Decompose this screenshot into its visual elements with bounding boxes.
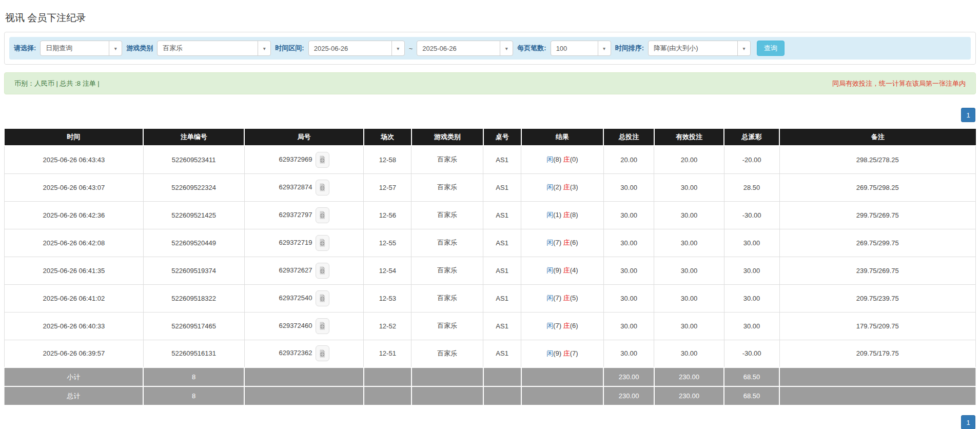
table-no-cell: AS1 [483, 257, 521, 284]
remark-cell: 179.75/209.75 [779, 312, 975, 340]
game-type-cell: 百家乐 [411, 312, 483, 340]
video-replay-button[interactable] [316, 152, 329, 168]
video-replay-button[interactable] [316, 345, 329, 361]
remark-cell: 209.75/239.75 [779, 284, 975, 312]
table-no-cell: AS1 [483, 201, 521, 229]
query-mode-label: 请选择: [14, 44, 36, 53]
col-payout: 总派彩 [724, 129, 779, 146]
session-cell: 12-55 [364, 229, 411, 257]
round-id-value: 629372797 [279, 210, 312, 218]
round-id-cell: 629372969 [244, 146, 364, 173]
bet-id-cell: 522609516131 [143, 340, 244, 367]
round-id-value: 629372874 [279, 183, 312, 190]
player-result-label: 闲 [546, 211, 553, 219]
valid-bet-cell: 20.00 [654, 146, 724, 173]
time-sort-value: 降冪(由大到小) [649, 41, 737, 55]
banker-result-label: 庄 [563, 211, 570, 219]
query-mode-select[interactable]: 日期查询 ▾ [40, 41, 122, 56]
payout-cell: 28.50 [724, 173, 779, 201]
date-to-select[interactable]: 2025-06-26 ▾ [417, 41, 513, 56]
banker-result-score: (7) [570, 349, 578, 357]
payout-cell: -20.00 [724, 146, 779, 173]
session-cell: 12-52 [364, 312, 411, 340]
subtotal-label: 小计 [5, 367, 144, 386]
time-cell: 2025-06-26 06:42:08 [5, 229, 144, 257]
game-type-cell: 百家乐 [411, 284, 483, 312]
total-bet-link[interactable]: 30.00 [603, 340, 654, 367]
total-bet-link[interactable]: 30.00 [603, 257, 654, 284]
time-sort-select[interactable]: 降冪(由大到小) ▾ [648, 41, 751, 56]
table-no-cell: AS1 [483, 173, 521, 201]
table-row: 2025-06-26 06:41:35 522609519374 6293726… [5, 257, 976, 284]
remark-cell: 299.75/269.75 [779, 201, 975, 229]
round-id-value: 629372719 [279, 238, 312, 246]
remark-cell: 269.75/298.25 [779, 173, 975, 201]
bet-id-cell: 522609522324 [143, 173, 244, 201]
chevron-down-icon: ▾ [109, 41, 122, 55]
total-bet-link[interactable]: 30.00 [603, 173, 654, 201]
payout-cell: -30.00 [724, 340, 779, 367]
page-size-select[interactable]: 100 ▾ [551, 41, 611, 56]
video-replay-button[interactable] [316, 235, 329, 251]
date-to-value: 2025-06-26 [417, 41, 500, 55]
player-result-score: (8) [553, 155, 561, 163]
total-bet-link[interactable]: 30.00 [603, 284, 654, 312]
page-1-button[interactable]: 1 [961, 415, 975, 429]
table-row: 2025-06-26 06:43:43 522609523411 6293729… [5, 146, 976, 173]
round-id-value: 629372460 [279, 321, 312, 329]
empty-cell [411, 367, 483, 386]
time-cell: 2025-06-26 06:43:07 [5, 173, 144, 201]
game-type-cell: 百家乐 [411, 173, 483, 201]
col-remark: 备注 [779, 129, 975, 146]
payout-cell: 30.00 [724, 229, 779, 257]
player-result-score: (7) [553, 239, 561, 246]
player-result-label: 闲 [546, 183, 553, 191]
game-type-select[interactable]: 百家乐 ▾ [157, 41, 271, 56]
total-total-bet: 230.00 [603, 386, 654, 405]
valid-bet-cell: 30.00 [654, 173, 724, 201]
page-1-button[interactable]: 1 [961, 108, 975, 122]
video-replay-button[interactable] [316, 318, 329, 334]
bet-id-cell: 522609521425 [143, 201, 244, 229]
result-cell: 闲(7) 庄(6) [521, 229, 604, 257]
result-cell: 闲(7) 庄(5) [521, 284, 604, 312]
col-game-type: 游戏类别 [411, 129, 483, 146]
empty-cell [779, 367, 975, 386]
filter-panel: 请选择: 日期查询 ▾ 游戏类别 百家乐 ▾ 时间区间: 2025-06-26 … [4, 32, 976, 65]
banker-result-score: (0) [570, 155, 578, 163]
total-bet-link[interactable]: 20.00 [603, 146, 654, 173]
bet-id-cell: 522609519374 [143, 257, 244, 284]
subtotal-count: 8 [143, 367, 244, 386]
banker-result-label: 庄 [563, 155, 570, 163]
currency-summary-text: 币别：人民币 | 总共 :8 注单 | [14, 79, 100, 88]
player-result-label: 闲 [546, 239, 553, 246]
video-replay-button[interactable] [316, 263, 329, 279]
date-from-value: 2025-06-26 [309, 41, 391, 55]
video-replay-button[interactable] [316, 207, 329, 223]
session-cell: 12-56 [364, 201, 411, 229]
total-bet-link[interactable]: 30.00 [603, 312, 654, 340]
round-id-cell: 629372719 [244, 229, 364, 257]
total-bet-link[interactable]: 30.00 [603, 229, 654, 257]
player-result-label: 闲 [546, 155, 553, 163]
video-replay-button[interactable] [316, 180, 329, 196]
filter-bar: 请选择: 日期查询 ▾ 游戏类别 百家乐 ▾ 时间区间: 2025-06-26 … [9, 37, 971, 60]
time-cell: 2025-06-26 06:39:57 [5, 340, 144, 367]
empty-cell [411, 386, 483, 405]
search-button[interactable]: 查询 [757, 41, 785, 56]
total-bet-link[interactable]: 30.00 [603, 201, 654, 229]
chevron-down-icon: ▾ [598, 41, 611, 55]
player-result-score: (7) [553, 322, 561, 329]
video-replay-button[interactable] [316, 290, 329, 306]
film-icon [318, 294, 326, 302]
date-from-select[interactable]: 2025-06-26 ▾ [308, 41, 405, 56]
result-cell: 闲(1) 庄(8) [521, 201, 604, 229]
round-id-cell: 629372627 [244, 257, 364, 284]
table-body: 2025-06-26 06:43:43 522609523411 6293729… [5, 146, 976, 367]
player-result-label: 闲 [546, 266, 553, 274]
table-row: 2025-06-26 06:41:02 522609518322 6293725… [5, 284, 976, 312]
film-icon [318, 183, 326, 191]
bet-records-table: 时间 注单编号 局号 场次 游戏类别 桌号 结果 总投注 有效投注 总派彩 备注… [4, 129, 976, 406]
table-header-row: 时间 注单编号 局号 场次 游戏类别 桌号 结果 总投注 有效投注 总派彩 备注 [5, 129, 976, 146]
table-summary: 小计 8 230.00 230.00 68.50 总计 8 2 [5, 367, 976, 405]
